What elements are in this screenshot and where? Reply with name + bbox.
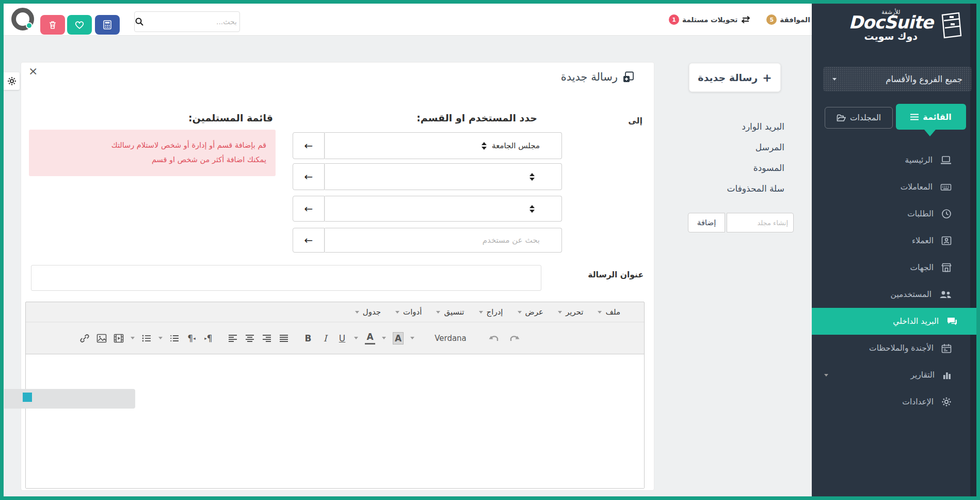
customizer-tab[interactable]	[4, 72, 20, 90]
align-left-icon[interactable]	[228, 332, 238, 345]
move-left-button[interactable]: ←	[293, 132, 325, 159]
plus-icon: +	[762, 71, 772, 84]
undo-icon[interactable]	[489, 332, 500, 345]
id-card-icon	[941, 236, 952, 245]
trash-icon	[47, 20, 58, 30]
redo-icon[interactable]	[508, 332, 520, 345]
folder-sent[interactable]: المرسل	[681, 137, 784, 158]
trash-button[interactable]	[40, 15, 65, 35]
paragraph-rtl-icon[interactable]: ¶◂	[186, 332, 197, 345]
folder-drafts[interactable]: المسودة	[681, 158, 784, 178]
chevron-down-icon	[436, 311, 440, 314]
sidebar-item-transactions[interactable]: المعاملات	[812, 174, 970, 200]
chevron-down-icon	[824, 374, 828, 377]
add-folder-button[interactable]: إضافة	[688, 213, 725, 232]
menu-file[interactable]: ملف	[598, 307, 620, 317]
laptop-icon	[940, 155, 952, 165]
editor-resize-handle[interactable]	[23, 393, 32, 402]
bold-button[interactable]: B	[303, 332, 313, 345]
folder-inbox[interactable]: البريد الوارد	[681, 116, 784, 137]
create-folder-input[interactable]	[727, 213, 794, 232]
department-select-row: ← مجلس الجامعة	[293, 132, 562, 159]
underline-button[interactable]: U	[337, 332, 347, 345]
sidebar-item-clients[interactable]: العملاء	[812, 227, 970, 254]
sidebar-item-reports[interactable]: التقارير	[812, 362, 970, 388]
image-icon[interactable]	[97, 332, 107, 345]
mail-folders: البريد الوارد المرسل المسودة سلة المحذوف…	[681, 116, 784, 199]
global-search	[134, 11, 240, 32]
received-transfers-link[interactable]: تحويلات مستلمة	[682, 15, 737, 24]
editor-content-area[interactable]	[26, 354, 644, 488]
chevron-down-icon[interactable]	[158, 337, 163, 339]
sidebar-item-entities[interactable]: الجهات	[812, 254, 970, 281]
text-color-button[interactable]: A	[365, 332, 375, 345]
sidebar-item-requests[interactable]: الطلبات	[812, 200, 970, 227]
users-icon	[939, 290, 952, 299]
move-left-button[interactable]: ←	[293, 228, 325, 253]
sidebar-item-users[interactable]: المستخدمين	[812, 281, 970, 308]
media-icon[interactable]	[114, 332, 124, 345]
font-family-select[interactable]: Verdana	[435, 334, 467, 343]
new-message-button[interactable]: + رسالة جديدة	[689, 63, 781, 92]
sub-department-select[interactable]	[325, 163, 562, 190]
background-color-button[interactable]: A	[393, 332, 404, 345]
favorites-button[interactable]	[67, 15, 92, 35]
link-icon[interactable]	[79, 332, 90, 345]
sidebar-item-agenda-notes[interactable]: الأجندة والملاحظات	[812, 335, 970, 362]
chevron-down-icon	[479, 311, 483, 314]
calculator-button[interactable]	[95, 15, 120, 35]
paragraph-ltr-icon[interactable]: ▸¶	[203, 332, 214, 345]
arrow-left-icon: ←	[304, 202, 313, 215]
menu-view[interactable]: عرض	[518, 307, 543, 317]
cabinet-icon	[938, 12, 963, 39]
compose-header: رسالة جديدة	[561, 71, 634, 83]
align-right-icon[interactable]	[262, 332, 272, 345]
user-avatar[interactable]	[11, 8, 34, 30]
bullet-list-icon[interactable]	[141, 332, 152, 345]
chevron-down-icon[interactable]	[131, 337, 135, 339]
department-select[interactable]: مجلس الجامعة	[325, 132, 562, 159]
move-left-button[interactable]: ←	[293, 163, 325, 190]
sidebar-item-settings[interactable]: الإعدادات	[812, 388, 970, 415]
chevron-down-icon[interactable]	[382, 337, 386, 339]
numbered-list-icon[interactable]	[169, 332, 180, 345]
sidebar-item-home[interactable]: الرئيسية	[812, 147, 970, 174]
compose-title: رسالة جديدة	[561, 71, 618, 83]
move-left-button[interactable]: ←	[293, 196, 325, 222]
folder-trash[interactable]: سلة المحذوفات	[681, 178, 784, 199]
tab-folders[interactable]: المجلدات	[825, 107, 893, 129]
chat-icon	[946, 317, 958, 326]
tab-menu[interactable]: القائمة	[896, 104, 966, 130]
keyboard-icon	[940, 183, 952, 192]
search-input[interactable]	[144, 12, 243, 32]
menu-edit[interactable]: تحرير	[558, 307, 584, 317]
bar-chart-icon	[942, 370, 952, 380]
section-select[interactable]	[325, 196, 562, 222]
align-justify-icon[interactable]	[279, 332, 289, 345]
select-arrows-icon	[529, 205, 535, 213]
app-body: 1 تحويلات مستلمة 5 يحتاج الموافقة	[4, 4, 976, 496]
menu-table[interactable]: جدول	[355, 307, 381, 317]
swap-icon	[741, 15, 751, 24]
chevron-down-icon[interactable]	[410, 337, 414, 339]
chevron-down-icon[interactable]	[354, 337, 358, 339]
align-center-icon[interactable]	[245, 332, 255, 345]
chevron-down-icon	[355, 311, 359, 314]
branch-selector[interactable]: جميع الفروع والأقسام	[823, 67, 972, 91]
italic-button[interactable]: I	[320, 332, 330, 345]
alert-line-2: يمكنك اضافة أكثر من شخص او قسم	[34, 152, 266, 167]
menu-format[interactable]: تنسيق	[436, 307, 464, 317]
user-search-input[interactable]	[325, 228, 562, 253]
close-icon[interactable]: ×	[28, 66, 38, 77]
alert-line-1: قم بإضافة قسم أو إدارة أو شخص لاستلام رس…	[34, 138, 266, 152]
calendar-icon	[941, 343, 952, 353]
department-select-value: مجلس الجامعة	[492, 141, 540, 150]
menu-tools[interactable]: أدوات	[395, 307, 422, 317]
branch-selector-label: جميع الفروع والأقسام	[886, 74, 962, 84]
chevron-down-icon	[558, 311, 562, 314]
subject-input[interactable]	[31, 265, 541, 291]
create-folder-row: إضافة	[688, 213, 794, 232]
menu-insert[interactable]: إدراج	[479, 307, 503, 317]
folder-icon	[837, 114, 846, 122]
sidebar-item-internal-mail[interactable]: البريد الداخلي	[812, 308, 976, 335]
